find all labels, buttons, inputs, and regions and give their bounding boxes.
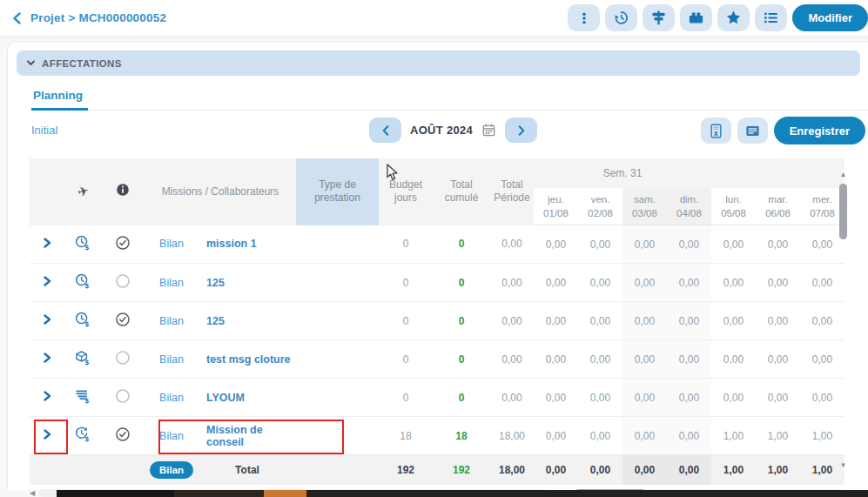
planning-cell[interactable]: 0,00 [622,264,667,302]
previous-month-button[interactable] [369,118,401,143]
breadcrumb-text[interactable]: Projet > MCH000000052 [30,11,166,24]
bilan-link[interactable]: Bilan [159,238,184,250]
planning-cell[interactable]: 0,00 [711,379,756,417]
column-header-budget-jours[interactable]: Budget jours [379,158,433,225]
type-prestation-cell[interactable] [296,264,379,302]
brick-button[interactable] [680,4,712,31]
type-prestation-cell[interactable] [296,225,379,264]
planning-cell[interactable]: 0,00 [667,417,711,455]
bilan-link[interactable]: Bilan [159,392,184,404]
total-cumule-value: 0 [433,340,490,379]
signpost-icon [650,10,667,26]
type-prestation-cell[interactable] [296,417,379,455]
planning-cell[interactable]: 0,00 [578,417,622,455]
total-cumule-value: 18 [433,417,490,455]
planning-cell[interactable]: 0,00 [622,417,667,455]
type-prestation-cell[interactable] [296,340,379,379]
planning-cell[interactable]: 0,00 [756,340,800,379]
planning-cell[interactable]: 0,00 [534,379,578,417]
not-validated-icon[interactable] [115,350,131,366]
not-validated-icon[interactable] [115,273,131,289]
vertical-scroll-thumb[interactable] [839,184,847,239]
column-header-total-cumule[interactable]: Total cumulé [433,158,490,225]
scroll-up-arrow-icon[interactable]: ▲ [840,171,847,179]
clock-dollar-icon: $ [74,234,91,252]
planning-cell[interactable]: 0,00 [756,379,800,417]
planning-cell[interactable]: 1,00 [711,417,756,455]
planning-cell[interactable]: 0,00 [756,264,800,302]
planning-cell[interactable]: 0,00 [622,225,667,264]
total-day-value: 1,00 [711,455,756,486]
planning-cell[interactable]: 0,00 [578,302,622,340]
planning-cell[interactable]: 0,00 [534,302,578,340]
mission-link[interactable]: 125 [206,277,225,289]
history-button[interactable] [605,4,637,31]
enregistrer-button[interactable]: Enregistrer [774,117,865,144]
planning-cell[interactable]: 0,00 [711,225,756,264]
mission-link[interactable]: LYOUM [206,392,245,404]
mission-link[interactable]: Mission de conseil [206,424,263,448]
planning-cell[interactable]: 0,00 [667,302,711,340]
planning-cell[interactable]: 0,00 [711,302,756,340]
next-month-button[interactable] [505,118,537,143]
not-validated-icon[interactable] [115,388,131,404]
planning-cell[interactable]: 0,00 [578,340,622,379]
planning-cell[interactable]: 0,00 [756,302,800,340]
excel-export-button[interactable]: x [701,118,731,144]
expand-row-button[interactable] [41,428,53,440]
type-prestation-cell[interactable] [296,379,379,417]
planning-cell[interactable]: 0,00 [534,340,578,379]
modifier-button[interactable]: Modifier [792,4,868,31]
column-header-type-prestation[interactable]: Type de prestation [296,158,379,225]
expand-row-button[interactable] [41,237,53,249]
clock-dollar-icon: $ [74,272,91,290]
calendar-icon[interactable] [481,123,496,138]
planning-cell[interactable]: 0,00 [578,264,622,302]
star-button[interactable] [717,4,750,31]
planning-cell[interactable]: 0,00 [622,340,667,379]
planning-cell[interactable]: 0,00 [534,225,578,264]
planning-cell[interactable]: 0,00 [711,340,756,379]
expand-row-button[interactable] [41,275,53,287]
bilan-link[interactable]: Bilan [159,430,184,442]
table-row: $ Bilan Mission de conseil 18 18 18,00 0… [30,417,844,455]
mission-link[interactable]: 125 [206,315,225,327]
planning-cell[interactable]: 0,00 [622,302,667,340]
planning-cell[interactable]: 1,00 [756,417,800,455]
bilan-link[interactable]: Bilan [159,277,184,289]
section-header-affectations[interactable]: AFFECTATIONS [17,50,860,76]
scroll-down-arrow-icon[interactable]: ▼ [840,461,847,470]
planning-cell[interactable]: 0,00 [578,379,622,417]
planning-cell[interactable]: 0,00 [622,379,667,417]
validated-icon[interactable] [115,312,131,327]
planning-cell[interactable]: 0,00 [711,264,756,302]
kebab-menu-button[interactable] [568,4,600,31]
signpost-button[interactable] [643,4,675,31]
expand-row-button[interactable] [41,352,53,364]
mission-link[interactable]: mission 1 [206,238,257,250]
planning-cell[interactable]: 0,00 [667,264,711,302]
planning-cell[interactable]: 0,00 [667,379,711,417]
validated-icon[interactable] [115,426,131,442]
list-button[interactable] [755,4,787,31]
type-prestation-cell[interactable] [296,302,379,340]
tab-planning[interactable]: Planning [31,89,88,111]
table-list-button[interactable] [737,118,768,144]
bilan-link[interactable]: Bilan [159,315,184,327]
column-header-total-periode[interactable]: Total Période [490,158,534,225]
planning-cell[interactable]: 0,00 [534,264,578,302]
back-chevron-icon[interactable] [12,12,22,24]
expand-row-button[interactable] [41,390,53,402]
planning-cell[interactable]: 0,00 [578,225,622,264]
expand-row-button[interactable] [41,313,53,326]
planning-cell[interactable]: 0,00 [667,340,711,379]
vertical-scrollbar[interactable]: ▲ ▼ [838,171,849,470]
planning-cell[interactable]: 0,00 [756,225,800,264]
planning-cell[interactable]: 0,00 [534,417,578,455]
column-header-missions[interactable]: Missions / Collaborateurs [145,158,296,225]
breadcrumb[interactable]: Projet > MCH000000052 [12,11,166,24]
validated-icon[interactable] [115,235,131,251]
planning-cell[interactable]: 0,00 [667,225,711,264]
mission-link[interactable]: test msg cloture [206,353,291,366]
bilan-link[interactable]: Bilan [159,353,184,366]
